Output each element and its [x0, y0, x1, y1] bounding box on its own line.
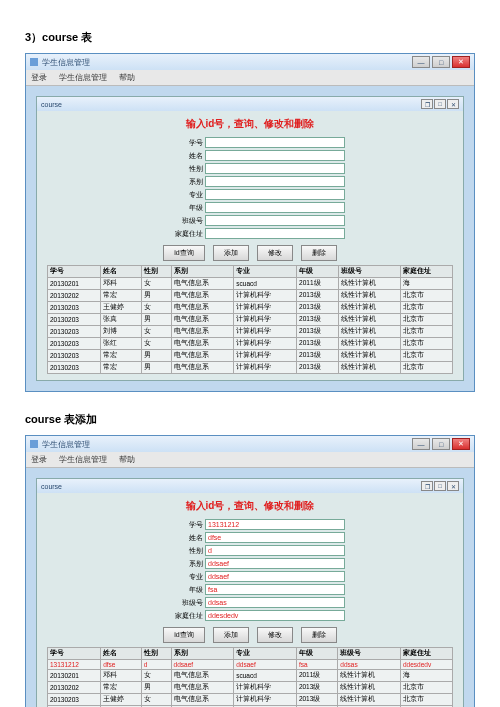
cell-hometown: 北京市 — [401, 290, 453, 302]
table-row[interactable]: 20130202常宏男电气信息系计算机科学2013级线性计算机北京市 — [48, 290, 453, 302]
close-button[interactable]: ✕ — [452, 56, 470, 68]
input-year[interactable] — [205, 584, 345, 595]
th-class[interactable]: 班级号 — [338, 266, 401, 278]
add-button[interactable]: 添加 — [213, 627, 249, 643]
th-sid[interactable]: 学号 — [48, 266, 101, 278]
cell-sid: 20130203 — [48, 694, 101, 706]
cell-gender: 男 — [141, 314, 171, 326]
cell-sid: 20130203 — [48, 362, 101, 374]
cell-sid: 20130203 — [48, 338, 101, 350]
query-button[interactable]: id查询 — [163, 627, 204, 643]
input-dept[interactable] — [205, 176, 345, 187]
table-row-new[interactable]: 13131212dfsedddsaefddsaeffsaddsasddesded… — [48, 660, 453, 670]
table-row[interactable]: 20130203王健婷女电气信息系计算机科学2013级线性计算机北京市 — [48, 302, 453, 314]
inner-restore-icon[interactable]: ❐ — [421, 99, 433, 109]
cell-dept: 电气信息系 — [171, 302, 234, 314]
cell-dept: 电气信息系 — [171, 278, 234, 290]
cell-class: 线性计算机 — [338, 350, 401, 362]
input-dept[interactable] — [205, 558, 345, 569]
doc-heading-2: course 表添加 — [25, 412, 475, 427]
th-sid[interactable]: 学号 — [48, 648, 101, 660]
th-name[interactable]: 姓名 — [101, 648, 142, 660]
minimize-button[interactable]: — — [412, 438, 430, 450]
maximize-button[interactable]: □ — [432, 56, 450, 68]
edit-button[interactable]: 修改 — [257, 627, 293, 643]
menu-help[interactable]: 帮助 — [119, 73, 135, 82]
th-year[interactable]: 年级 — [297, 266, 338, 278]
cell-class: 线性计算机 — [338, 278, 401, 290]
th-dept[interactable]: 系别 — [171, 648, 234, 660]
inner-close-icon[interactable]: ✕ — [447, 99, 459, 109]
input-major[interactable] — [205, 189, 345, 200]
th-hometown[interactable]: 家庭住址 — [401, 266, 453, 278]
input-hometown[interactable] — [205, 610, 345, 621]
menu-help[interactable]: 帮助 — [119, 455, 135, 464]
th-gender[interactable]: 性别 — [141, 648, 171, 660]
input-sid[interactable] — [205, 519, 345, 530]
th-year[interactable]: 年级 — [296, 648, 337, 660]
table-row[interactable]: 20130201邓科女电气信息系scuacd2011级线性计算机海 — [48, 670, 453, 682]
minimize-button[interactable]: — — [412, 56, 430, 68]
inner-max-icon[interactable]: □ — [434, 481, 446, 491]
th-major[interactable]: 专业 — [234, 266, 297, 278]
cell-major: 计算机科学 — [234, 682, 297, 694]
cell-class: 线性计算机 — [338, 682, 401, 694]
menu-manage[interactable]: 学生信息管理 — [59, 73, 107, 82]
label-year: 年级 — [155, 203, 205, 213]
th-major[interactable]: 专业 — [234, 648, 297, 660]
table-row[interactable]: 20130203刘博女电气信息系计算机科学2013级线性计算机北京市 — [48, 326, 453, 338]
query-button[interactable]: id查询 — [163, 245, 204, 261]
input-year[interactable] — [205, 202, 345, 213]
cell-name: dfse — [101, 660, 142, 670]
table-row[interactable]: 20130203张红女电气信息系计算机科学2013级线性计算机北京市 — [48, 338, 453, 350]
cell-gender: 女 — [141, 326, 171, 338]
input-class[interactable] — [205, 215, 345, 226]
edit-button[interactable]: 修改 — [257, 245, 293, 261]
cell-dept: 电气信息系 — [171, 670, 234, 682]
menu-login[interactable]: 登录 — [31, 455, 47, 464]
label-major: 专业 — [155, 572, 205, 582]
table-row[interactable]: 20130202常宏男电气信息系计算机科学2013级线性计算机北京市 — [48, 682, 453, 694]
titlebar: 学生信息管理 — □ ✕ — [26, 436, 474, 452]
label-name: 姓名 — [155, 151, 205, 161]
cell-hometown: 海 — [400, 670, 452, 682]
table-row[interactable]: 20130203王健婷女电气信息系计算机科学2013级线性计算机北京市 — [48, 694, 453, 706]
close-button[interactable]: ✕ — [452, 438, 470, 450]
delete-button[interactable]: 删除 — [301, 627, 337, 643]
maximize-button[interactable]: □ — [432, 438, 450, 450]
menu-login[interactable]: 登录 — [31, 73, 47, 82]
input-gender[interactable] — [205, 545, 345, 556]
data-table-2: 学号 姓名 性别 系别 专业 年级 班级号 家庭住址 13131212dfsed… — [47, 647, 453, 707]
cell-hometown: 海 — [401, 278, 453, 290]
input-name[interactable] — [205, 150, 345, 161]
inner-max-icon[interactable]: □ — [434, 99, 446, 109]
th-gender[interactable]: 性别 — [141, 266, 171, 278]
input-major[interactable] — [205, 571, 345, 582]
delete-button[interactable]: 删除 — [301, 245, 337, 261]
table-row[interactable]: 20130203常宏男电气信息系计算机科学2013级线性计算机北京市 — [48, 350, 453, 362]
label-dept: 系别 — [155, 177, 205, 187]
input-class[interactable] — [205, 597, 345, 608]
input-sid[interactable] — [205, 137, 345, 148]
menu-manage[interactable]: 学生信息管理 — [59, 455, 107, 464]
table-row[interactable]: 20130203常宏男电气信息系计算机科学2013级线性计算机北京市 — [48, 362, 453, 374]
cell-dept: 电气信息系 — [171, 350, 234, 362]
th-name[interactable]: 姓名 — [101, 266, 142, 278]
cell-sid: 20130203 — [48, 350, 101, 362]
input-gender[interactable] — [205, 163, 345, 174]
cell-year: 2013级 — [297, 326, 338, 338]
cell-sid: 13131212 — [48, 660, 101, 670]
input-hometown[interactable] — [205, 228, 345, 239]
input-name[interactable] — [205, 532, 345, 543]
th-class[interactable]: 班级号 — [338, 648, 401, 660]
inner-close-icon[interactable]: ✕ — [447, 481, 459, 491]
cell-hometown: 北京市 — [401, 362, 453, 374]
add-button[interactable]: 添加 — [213, 245, 249, 261]
window-title: 学生信息管理 — [42, 57, 90, 68]
table-row[interactable]: 20130201邓科女电气信息系scuacd2011级线性计算机海 — [48, 278, 453, 290]
th-dept[interactable]: 系别 — [171, 266, 234, 278]
inner-restore-icon[interactable]: ❐ — [421, 481, 433, 491]
table-row[interactable]: 20130203张真男电气信息系计算机科学2013级线性计算机北京市 — [48, 314, 453, 326]
cell-name: 邓科 — [101, 278, 142, 290]
th-hometown[interactable]: 家庭住址 — [400, 648, 452, 660]
